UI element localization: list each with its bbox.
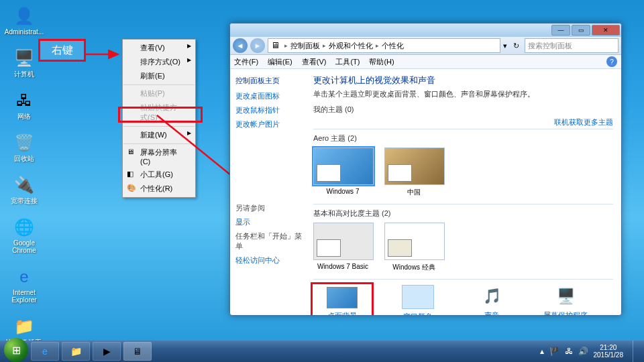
show-desktop-button[interactable] — [633, 341, 640, 362]
desktop-icon-broadband[interactable]: 🔌宽带连接 — [5, 174, 43, 204]
window-color-button[interactable]: 窗口颜色 天空 — [391, 285, 445, 315]
menu-refresh[interactable]: 刷新(E) — [123, 69, 195, 83]
network-icon: 🖧 — [13, 90, 35, 111]
control-panel-icon: 🖥 — [271, 40, 282, 51]
taskbar: ⊞ e 📁 ▶ 🖥 ▴ 🏴 🖧 🔊 21:20 2015/1/28 — [0, 341, 644, 362]
connection-icon: 🔌 — [13, 174, 35, 196]
chevron-down-icon[interactable]: ▾ — [503, 42, 507, 50]
desktop-icon-recycle[interactable]: 🗑️回收站 — [5, 132, 43, 162]
menu-bar: 文件(F) 编辑(E) 查看(V) 工具(T) 帮助(H) ? — [230, 55, 621, 69]
menu-tools[interactable]: 工具(T) — [335, 57, 360, 67]
desktop-icons: 👤Administrat... 🖥️计算机 🖧网络 🗑️回收站 🔌宽带连接 🌐G… — [5, 5, 43, 353]
annotation-arrow-1 — [83, 48, 123, 60]
breadcrumb[interactable]: 🖥 ▸ 控制面板 ▸ 外观和个性化 ▸ 个性化 — [268, 38, 500, 53]
user-folder-icon: 👤 — [13, 5, 35, 27]
close-button[interactable]: ✕ — [592, 25, 620, 36]
see-also-label: 另请参阅 — [235, 203, 305, 213]
taskbar-explorer[interactable]: 📁 — [62, 342, 90, 361]
breadcrumb-root[interactable]: 控制面板 — [290, 41, 320, 51]
menu-file[interactable]: 文件(F) — [234, 57, 258, 67]
breadcrumb-mid[interactable]: 外观和个性化 — [329, 41, 373, 51]
help-icon[interactable]: ? — [606, 56, 617, 67]
screensaver-icon: 🖥️ — [550, 285, 581, 308]
screensaver-button[interactable]: 🖥️ 屏幕保护程序 无 — [539, 285, 592, 315]
change-desktop-icons-link[interactable]: 更改桌面图标 — [235, 91, 305, 101]
menu-view-m[interactable]: 查看(V) — [302, 57, 327, 67]
desktop-icon-admin[interactable]: 👤Administrat... — [5, 5, 43, 36]
search-input[interactable]: 搜索控制面板 — [525, 38, 619, 53]
taskbar-personalize-window[interactable]: 🖥 — [123, 342, 152, 361]
my-themes-header: 我的主题 (0) — [313, 105, 613, 115]
menu-paste-shortcut: 粘贴快捷方式(S) — [123, 101, 195, 125]
breadcrumb-leaf[interactable]: 个性化 — [382, 41, 404, 51]
minimize-button[interactable]: — — [551, 25, 570, 36]
basic-themes-header: 基本和高对比度主题 (2) — [313, 208, 613, 219]
change-account-picture-link[interactable]: 更改帐户图片 — [235, 119, 305, 129]
menu-personalize[interactable]: 🎨个性化(R) — [123, 182, 195, 196]
folder-icon: 📁 — [13, 316, 35, 337]
back-button[interactable]: ◄ — [233, 38, 248, 53]
personalization-window: — ▭ ✕ ◄ ► 🖥 ▸ 控制面板 ▸ 外观和个性化 ▸ 个性化 ▾ ↻ 搜索… — [229, 23, 622, 316]
tray-flag-icon[interactable]: 🏴 — [549, 347, 559, 356]
theme-windows7[interactable]: Windows 7 — [313, 147, 372, 197]
change-mouse-pointer-link[interactable]: 更改鼠标指针 — [235, 105, 305, 115]
more-themes-online-link[interactable]: 联机获取更多主题 — [554, 117, 613, 127]
computer-icon: 🖥️ — [13, 48, 35, 69]
maximize-button[interactable]: ▭ — [572, 25, 590, 36]
theme-win-classic[interactable]: Windows 经典 — [384, 223, 443, 272]
desktop-icon-ie[interactable]: eInternet Explorer — [5, 266, 43, 304]
sounds-button[interactable]: 🎵 声音 Windows 默认 — [465, 285, 519, 315]
theme-china[interactable]: 中国 — [384, 147, 443, 197]
ease-of-access-link[interactable]: 轻松访问中心 — [235, 255, 305, 265]
color-icon — [402, 285, 434, 309]
refresh-button[interactable]: ↻ — [510, 40, 522, 52]
navigation-bar: ◄ ► 🖥 ▸ 控制面板 ▸ 外观和个性化 ▸ 个性化 ▾ ↻ 搜索控制面板 — [230, 37, 621, 55]
taskbar-ie[interactable]: e — [31, 342, 59, 361]
taskbar-mediaplayer[interactable]: ▶ — [93, 342, 121, 361]
gadget-icon: ◧ — [127, 170, 136, 179]
wallpaper-icon — [327, 287, 358, 308]
chevron-right-icon: ▸ — [376, 42, 379, 49]
window-titlebar: — ▭ ✕ — [230, 23, 621, 37]
control-panel-home-link[interactable]: 控制面板主页 — [235, 76, 305, 86]
theme-win7-basic[interactable]: Windows 7 Basic — [313, 223, 372, 272]
monitor-icon: 🖥 — [127, 147, 136, 157]
desktop-context-menu: 查看(V) 排序方式(O) 刷新(E) 粘贴(P) 粘贴快捷方式(S) 新建(W… — [122, 39, 196, 198]
menu-screen-resolution[interactable]: 🖥屏幕分辨率(C) — [123, 145, 195, 168]
forward-button[interactable]: ► — [250, 38, 265, 53]
menu-edit[interactable]: 编辑(E) — [268, 57, 292, 67]
display-link[interactable]: 显示 — [235, 217, 305, 227]
system-tray: ▴ 🏴 🖧 🔊 21:20 2015/1/28 — [540, 341, 641, 362]
aero-themes-header: Aero 主题 (2) — [313, 133, 613, 143]
tray-network-icon[interactable]: 🖧 — [565, 347, 573, 356]
sound-icon: 🎵 — [476, 285, 507, 308]
taskbar-clock[interactable]: 21:20 2015/1/28 — [594, 344, 624, 359]
menu-new[interactable]: 新建(W) — [123, 128, 195, 142]
menu-view[interactable]: 查看(V) — [123, 41, 195, 55]
desktop-icon-network[interactable]: 🖧网络 — [5, 90, 43, 120]
left-panel: 控制面板主页 更改桌面图标 更改鼠标指针 更改帐户图片 另请参阅 显示 任务栏和… — [230, 69, 311, 315]
annotation-right-click: 右键 — [38, 39, 86, 62]
menu-help[interactable]: 帮助(H) — [369, 57, 394, 67]
menu-sort[interactable]: 排序方式(O) — [123, 55, 195, 69]
tray-show-hidden-icon[interactable]: ▴ — [540, 347, 544, 356]
recycle-bin-icon: 🗑️ — [13, 132, 35, 154]
menu-paste: 粘贴(P) — [123, 86, 195, 101]
taskbar-start-link[interactable]: 任务栏和「开始」菜单 — [235, 231, 305, 251]
tray-volume-icon[interactable]: 🔊 — [578, 347, 588, 356]
chevron-right-icon: ▸ — [323, 42, 326, 49]
page-title: 更改计算机上的视觉效果和声音 — [313, 74, 613, 86]
start-button[interactable]: ⊞ — [4, 338, 28, 362]
desktop-icon-chrome[interactable]: 🌐Google Chrome — [5, 217, 43, 254]
chevron-right-icon: ▸ — [284, 42, 288, 49]
personalize-icon: 🎨 — [127, 184, 136, 193]
desktop-icon-computer[interactable]: 🖥️计算机 — [5, 48, 43, 78]
page-subtitle: 单击某个主题立即更改桌面背景、窗口颜色、声音和屏幕保护程序。 — [313, 89, 613, 99]
desktop-background-button[interactable]: 桌面背景 Harmony — [311, 282, 374, 315]
main-content: 更改计算机上的视觉效果和声音 单击某个主题立即更改桌面背景、窗口颜色、声音和屏幕… — [311, 69, 621, 315]
ie-icon: e — [13, 266, 35, 288]
chrome-icon: 🌐 — [13, 217, 35, 238]
menu-gadgets[interactable]: ◧小工具(G) — [123, 168, 195, 182]
